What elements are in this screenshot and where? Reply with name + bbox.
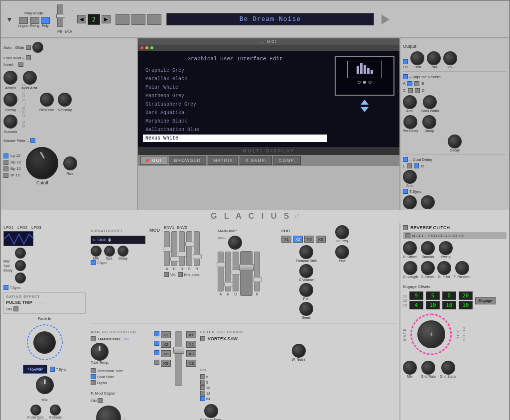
- haas-width-knob[interactable]: [423, 95, 437, 109]
- legato-button[interactable]: [19, 17, 28, 24]
- amp-h-thumb[interactable]: [224, 282, 233, 287]
- grid-steps-knob[interactable]: [441, 361, 455, 375]
- bp12-option[interactable]: Bp 12: [3, 166, 21, 171]
- br12-checkbox[interactable]: [3, 173, 8, 178]
- nav-btn-1[interactable]: [116, 14, 129, 25]
- gui-option-2[interactable]: Polar White: [143, 84, 327, 91]
- vibrato-dropdown-btn[interactable]: [108, 238, 111, 242]
- bit-10[interactable]: 10: [200, 385, 397, 390]
- decay-knob[interactable]: [3, 93, 17, 107]
- tab-browser[interactable]: BROWSER: [169, 156, 207, 165]
- pan-knob[interactable]: [427, 51, 441, 65]
- vel-knob[interactable]: [228, 236, 242, 250]
- lfo-spd-knob[interactable]: [15, 260, 26, 271]
- smooth-knob[interactable]: [421, 241, 435, 255]
- xsr-btn[interactable]: XS: [186, 360, 196, 367]
- b-button[interactable]: [414, 81, 419, 86]
- x3l-btn[interactable]: X3: [161, 350, 171, 357]
- x1l-btn[interactable]: X1: [161, 331, 171, 338]
- scroll-up-arrow[interactable]: [361, 100, 369, 105]
- pulse-spd-knob[interactable]: [30, 405, 41, 416]
- retrig-button[interactable]: [30, 17, 39, 24]
- tab-xsamp[interactable]: X SAMP.: [240, 156, 271, 165]
- glide-knob[interactable]: [32, 42, 43, 53]
- nav-btn-3[interactable]: [147, 14, 161, 25]
- solid-state-checkbox[interactable]: [91, 374, 96, 379]
- bp12-checkbox[interactable]: [3, 166, 8, 171]
- velocity-knob[interactable]: [58, 93, 72, 107]
- mix-knob[interactable]: [36, 376, 54, 394]
- gui-option-4[interactable]: Stratusphere Grey: [143, 101, 327, 108]
- pre-delay-knob[interactable]: [403, 115, 417, 129]
- damp2-knob[interactable]: [421, 195, 435, 209]
- pb-slider[interactable]: [57, 4, 63, 27]
- gui-option-0[interactable]: Graphite Grey: [143, 67, 327, 74]
- rg-led[interactable]: [403, 225, 408, 230]
- limit-knob[interactable]: [410, 51, 424, 65]
- g-depth-knob[interactable]: [421, 261, 435, 275]
- sustain-knob[interactable]: [3, 115, 17, 129]
- f-random-knob[interactable]: [455, 261, 469, 275]
- br12-option[interactable]: Br 12: [3, 173, 21, 178]
- lfo-delay-knob[interactable]: [15, 273, 26, 283]
- env-r-thumb[interactable]: [193, 254, 202, 259]
- next-preset-button[interactable]: ▶: [102, 15, 111, 23]
- vib-spd-knob[interactable]: [104, 246, 115, 257]
- edit-xs-btn[interactable]: XS: [316, 236, 326, 243]
- vib-tsync-led[interactable]: [91, 260, 96, 265]
- thermionic-checkbox[interactable]: [91, 368, 96, 373]
- bit-pass-knob[interactable]: [204, 404, 218, 418]
- hp12-checkbox[interactable]: [3, 160, 8, 165]
- res-knob[interactable]: [63, 156, 77, 170]
- bit-64[interactable]: 64: [200, 396, 397, 401]
- l-button[interactable]: [407, 163, 412, 168]
- c-button[interactable]: [408, 88, 413, 93]
- a-button[interactable]: [407, 81, 412, 86]
- vib-delay-knob[interactable]: [118, 246, 128, 257]
- gui-option-7[interactable]: Hallucination Blue: [143, 126, 327, 134]
- edit-x2-btn[interactable]: X2: [293, 236, 303, 243]
- rg-mix-knob[interactable]: [403, 361, 417, 375]
- x3l-led[interactable]: [154, 350, 159, 355]
- env-d-thumb[interactable]: [178, 252, 187, 257]
- env-loop-led[interactable]: [178, 272, 183, 277]
- ramp-button[interactable]: +RAMP: [23, 365, 48, 374]
- lfo-tsync-led[interactable]: [3, 285, 8, 290]
- delay-amt-knob[interactable]: [403, 170, 417, 184]
- analog-on-led[interactable]: [91, 336, 96, 341]
- g-length-knob[interactable]: [403, 261, 417, 275]
- master-filter-checkbox[interactable]: [30, 138, 35, 143]
- w-noise-knob[interactable]: [292, 344, 306, 358]
- fine-knob[interactable]: [335, 245, 349, 259]
- fatness-knob[interactable]: [50, 405, 61, 416]
- digital-checkbox[interactable]: [91, 380, 96, 385]
- tab-gui[interactable]: GUI: [140, 156, 167, 165]
- t-sync-led[interactable]: [403, 189, 408, 194]
- hp12-option[interactable]: Hp 12: [3, 160, 21, 165]
- invert-checkbox[interactable]: [18, 62, 23, 67]
- tab-comp[interactable]: COMP.: [273, 156, 301, 165]
- engage-button[interactable]: Engage: [475, 297, 496, 304]
- amp-main-handle[interactable]: [239, 264, 254, 271]
- lp12-option[interactable]: Lp 12: [3, 153, 21, 158]
- r-button[interactable]: [414, 163, 419, 168]
- amp-a-thumb[interactable]: [217, 262, 226, 267]
- gui-option-5[interactable]: Dark Aquatika: [143, 109, 327, 117]
- x1l-led[interactable]: [154, 331, 159, 336]
- d-button[interactable]: [415, 88, 420, 93]
- mix-slider-handle[interactable]: [173, 347, 184, 354]
- multi-proc-led[interactable]: [405, 233, 410, 238]
- impulse-reverb-led[interactable]: [403, 74, 408, 79]
- semi-knob[interactable]: [299, 302, 313, 316]
- focus-knob[interactable]: [96, 406, 121, 420]
- pb-handle[interactable]: [56, 14, 65, 18]
- env-s-thumb[interactable]: [185, 242, 194, 247]
- x3r-btn[interactable]: X3: [186, 350, 196, 357]
- tab-matrix[interactable]: MATRIX: [208, 156, 238, 165]
- lp-freq-knob[interactable]: [335, 225, 349, 239]
- gating-on-led[interactable]: [13, 306, 18, 311]
- grid-rate-knob[interactable]: [421, 361, 435, 375]
- env-vel-led[interactable]: [164, 272, 169, 277]
- vol-knob[interactable]: [443, 51, 457, 65]
- gui-option-3[interactable]: Pantheon Grey: [143, 92, 327, 100]
